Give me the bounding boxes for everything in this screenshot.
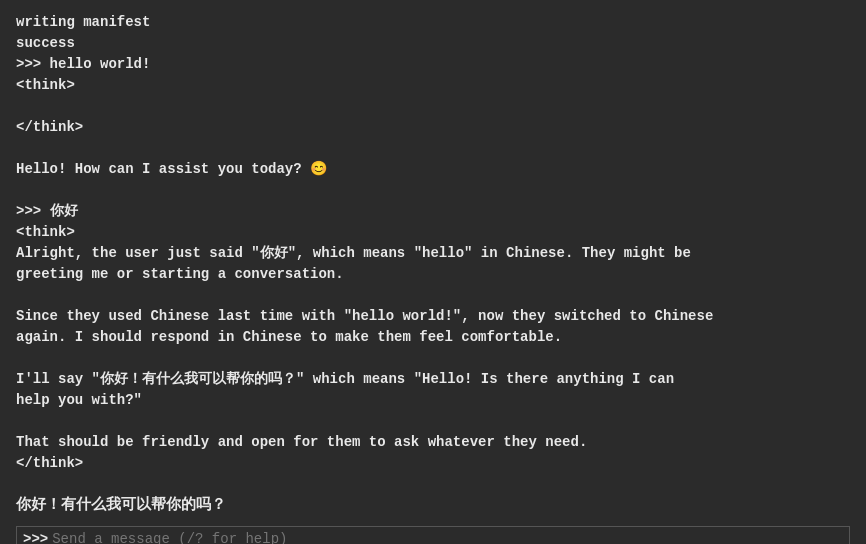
blank-7 (16, 474, 850, 495)
think-line-3: Since they used Chinese last time with "… (16, 306, 850, 327)
input-area[interactable]: >>> (16, 526, 850, 545)
chinese-response-line: 你好！有什么我可以帮你的吗？ (16, 495, 850, 518)
think-open-2: <think> (16, 222, 850, 243)
think-close-1: </think> (16, 117, 850, 138)
blank-3 (16, 180, 850, 201)
blank-6 (16, 411, 850, 432)
think-line-2: greeting me or starting a conversation. (16, 264, 850, 285)
blank-4 (16, 285, 850, 306)
blank-2 (16, 138, 850, 159)
writing-manifest-line: writing manifest (16, 12, 850, 33)
response-1: Hello! How can I assist you today? 😊 (16, 159, 850, 180)
message-input[interactable] (52, 531, 843, 545)
blank-1 (16, 96, 850, 117)
think-line-7: That should be friendly and open for the… (16, 432, 850, 453)
think-line-6: help you with?" (16, 390, 850, 411)
input-prompt: >>> (23, 531, 48, 545)
blank-5 (16, 348, 850, 369)
success-line: success (16, 33, 850, 54)
think-close-2: </think> (16, 453, 850, 474)
think-line-1: Alright, the user just said "你好", which … (16, 243, 850, 264)
think-line-4: again. I should respond in Chinese to ma… (16, 327, 850, 348)
think-line-5: I'll say "你好！有什么我可以帮你的吗？" which means "H… (16, 369, 850, 390)
think-open-1: <think> (16, 75, 850, 96)
prompt-hello-line: >>> hello world! (16, 54, 850, 75)
prompt-nihao-line: >>> 你好 (16, 201, 850, 222)
terminal-output: writing manifest success >>> hello world… (16, 12, 850, 518)
